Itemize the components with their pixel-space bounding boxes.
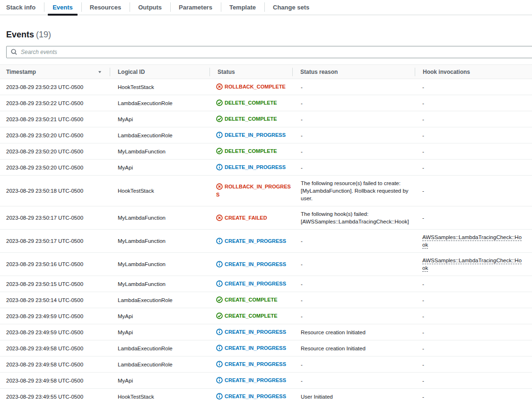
status-text: CREATE_FAILED xyxy=(225,215,267,221)
event-timestamp: 2023-08-29 23:50:17 UTC-0500 xyxy=(0,230,110,253)
hook-invocation-link[interactable]: AWSSamples::LambdaTracingCheck::Hook xyxy=(422,258,522,272)
events-table-body: 2023-08-29 23:50:23 UTC-0500 HookTestSta… xyxy=(0,79,532,401)
status-text: CREATE_IN_PROGRESS xyxy=(225,261,286,267)
info-circle-icon xyxy=(216,237,223,245)
tab-parameters[interactable]: Parameters xyxy=(170,0,221,15)
event-status: DELETE_COMPLETE xyxy=(209,111,292,127)
tab-outputs[interactable]: Outputs xyxy=(130,0,170,15)
event-status-reason: Resource creation Initiated xyxy=(292,324,415,340)
table-row: 2023-08-29 23:50:21 UTC-0500 MyApi DELET… xyxy=(0,111,532,127)
event-status-reason: - xyxy=(292,143,415,160)
table-row: 2023-08-29 23:50:20 UTC-0500 MyLambdaFun… xyxy=(0,143,532,160)
event-hook-invocations: - xyxy=(415,389,532,401)
event-status-reason: - xyxy=(292,308,415,324)
event-timestamp: 2023-08-29 23:50:21 UTC-0500 xyxy=(0,111,110,127)
event-timestamp: 2023-08-29 23:50:15 UTC-0500 xyxy=(0,276,110,292)
check-circle-icon xyxy=(216,147,223,155)
event-logical-id: LambdaExecutionRole xyxy=(110,292,209,308)
event-hook-invocations: - xyxy=(415,308,532,324)
tab-template[interactable]: Template xyxy=(221,0,264,15)
info-circle-icon xyxy=(216,280,223,288)
status-text: ROLLBACK_COMPLETE xyxy=(225,84,286,89)
tab-resources[interactable]: Resources xyxy=(81,0,130,15)
info-circle-icon xyxy=(216,344,223,352)
event-logical-id: HookTestStack xyxy=(110,79,209,95)
tab-label: Outputs xyxy=(138,0,162,15)
event-logical-id: LambdaExecutionRole xyxy=(110,95,209,111)
info-circle-icon xyxy=(216,360,223,368)
event-hook-invocations: - xyxy=(415,176,532,206)
tab-change-sets[interactable]: Change sets xyxy=(264,0,318,15)
check-circle-icon xyxy=(216,296,223,304)
event-status-reason: - xyxy=(292,95,415,111)
tab-label: Parameters xyxy=(179,0,212,15)
column-header-timestamp[interactable]: Timestamp xyxy=(0,65,110,79)
events-panel-header: Events(19) xyxy=(0,15,532,40)
event-logical-id: HookTestStack xyxy=(110,389,209,401)
event-status-reason: - xyxy=(292,292,415,308)
table-row: 2023-08-29 23:50:22 UTC-0500 LambdaExecu… xyxy=(0,95,532,111)
event-timestamp: 2023-08-29 23:50:17 UTC-0500 xyxy=(0,206,110,230)
table-row: 2023-08-29 23:49:58 UTC-0500 MyApi CREAT… xyxy=(0,373,532,389)
stack-detail-tabs: Stack info Events Resources Outputs Para… xyxy=(0,0,532,15)
event-timestamp: 2023-08-29 23:50:14 UTC-0500 xyxy=(0,292,110,308)
event-status: DELETE_COMPLETE xyxy=(209,95,292,111)
info-circle-icon xyxy=(216,131,223,139)
event-status: CREATE_IN_PROGRESS xyxy=(209,324,292,340)
event-logical-id: MyApi xyxy=(110,111,209,127)
event-hook-invocations: - xyxy=(415,160,532,176)
event-timestamp: 2023-08-29 23:49:58 UTC-0500 xyxy=(0,373,110,389)
status-text: DELETE_IN_PROGRESS xyxy=(225,132,286,138)
tab-label: Change sets xyxy=(273,0,309,15)
tab-label: Resources xyxy=(90,0,121,15)
status-text: CREATE_COMPLETE xyxy=(225,313,278,319)
event-status-reason: Resource creation Initiated xyxy=(292,340,415,356)
table-row: 2023-08-29 23:49:55 UTC-0500 HookTestSta… xyxy=(0,389,532,401)
table-header-row: Timestamp Logical ID Status Status reaso… xyxy=(0,65,532,79)
info-circle-icon xyxy=(216,376,223,384)
tab-label: Template xyxy=(229,0,256,15)
events-heading: Events xyxy=(6,30,34,39)
event-logical-id: LambdaExecutionRole xyxy=(110,340,209,356)
event-status: CREATE_IN_PROGRESS xyxy=(209,340,292,356)
event-timestamp: 2023-08-29 23:50:18 UTC-0500 xyxy=(0,176,110,206)
event-status-reason: - xyxy=(292,373,415,389)
event-logical-id: MyApi xyxy=(110,160,209,176)
event-timestamp: 2023-08-29 23:50:16 UTC-0500 xyxy=(0,253,110,276)
hook-invocation-link[interactable]: AWSSamples::LambdaTracingCheck::Hook xyxy=(422,234,522,249)
search-input[interactable] xyxy=(6,46,532,58)
column-header-hook-invocations: Hook invocations xyxy=(415,65,532,79)
status-text: CREATE_IN_PROGRESS xyxy=(225,361,286,367)
event-hook-invocations: - xyxy=(415,373,532,389)
event-logical-id: MyLambdaFunction xyxy=(110,253,209,276)
table-row: 2023-08-29 23:50:17 UTC-0500 MyLambdaFun… xyxy=(0,230,532,253)
x-circle-icon xyxy=(216,83,223,91)
events-count: (19) xyxy=(36,30,51,39)
event-status: CREATE_IN_PROGRESS xyxy=(209,253,292,276)
event-timestamp: 2023-08-29 23:50:20 UTC-0500 xyxy=(0,160,110,176)
event-status-reason: - xyxy=(292,127,415,143)
event-status: CREATE_COMPLETE xyxy=(209,292,292,308)
column-header-logical-id: Logical ID xyxy=(110,65,209,79)
event-hook-invocations: - xyxy=(415,95,532,111)
tab-stack-info[interactable]: Stack info xyxy=(0,0,44,15)
event-timestamp: 2023-08-29 23:50:20 UTC-0500 xyxy=(0,143,110,160)
check-circle-icon xyxy=(216,115,223,123)
event-status: CREATE_IN_PROGRESS xyxy=(209,356,292,373)
tab-label: Stack info xyxy=(6,0,35,15)
table-row: 2023-08-29 23:49:59 UTC-0500 MyApi CREAT… xyxy=(0,308,532,324)
status-text: CREATE_IN_PROGRESS xyxy=(225,377,286,383)
event-timestamp: 2023-08-29 23:49:59 UTC-0500 xyxy=(0,324,110,340)
tab-events[interactable]: Events xyxy=(44,0,81,15)
event-timestamp: 2023-08-29 23:50:20 UTC-0500 xyxy=(0,127,110,143)
table-row: 2023-08-29 23:50:15 UTC-0500 MyLambdaFun… xyxy=(0,276,532,292)
info-circle-icon xyxy=(216,163,223,171)
event-status-reason: - xyxy=(292,253,415,276)
event-timestamp: 2023-08-29 23:50:23 UTC-0500 xyxy=(0,79,110,95)
info-circle-icon xyxy=(216,328,223,336)
event-status-reason: - xyxy=(292,276,415,292)
event-logical-id: MyApi xyxy=(110,373,209,389)
event-logical-id: MyLambdaFunction xyxy=(110,143,209,160)
event-status-reason: The following resource(s) failed to crea… xyxy=(292,176,415,206)
event-status: ROLLBACK_COMPLETE xyxy=(209,79,292,95)
